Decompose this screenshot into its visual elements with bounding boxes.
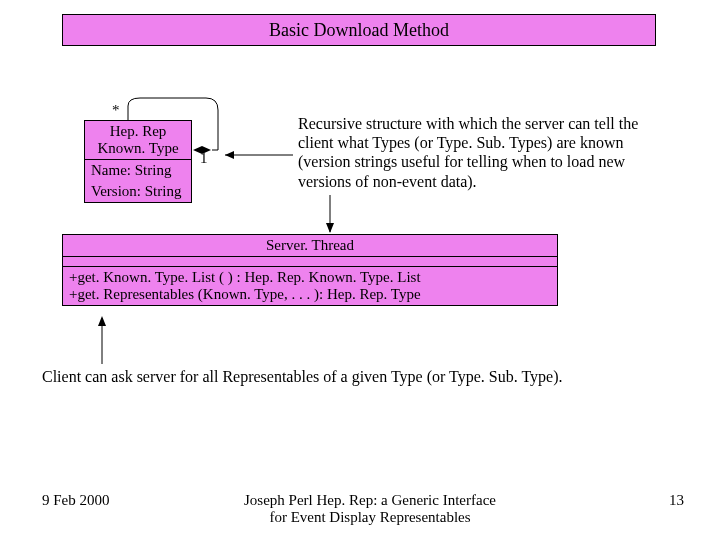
client-description: Client can ask server for all Representa… — [42, 368, 682, 386]
footer-center: Joseph Perl Hep. Rep: a Generic Interfac… — [240, 492, 500, 527]
uml-heprep-name: Hep. Rep Known. Type — [85, 121, 191, 160]
multiplicity-one: 1 — [200, 150, 208, 167]
uml-heprep-attr2: Version: String — [85, 181, 191, 202]
uml-class-heprep: Hep. Rep Known. Type Name: String Versio… — [84, 120, 192, 203]
uml-server-op2: +get. Representables (Known. Type, . . .… — [69, 286, 551, 303]
svg-marker-4 — [98, 316, 106, 326]
uml-server-methods: +get. Known. Type. List ( ) : Hep. Rep. … — [63, 267, 557, 305]
uml-server-name: Server. Thread — [63, 235, 557, 257]
uml-class-server: Server. Thread +get. Known. Type. List (… — [62, 234, 558, 306]
svg-marker-6 — [326, 223, 334, 233]
uml-server-attrs — [63, 257, 557, 267]
footer-page: 13 — [669, 492, 684, 509]
recursive-description: Recursive structure with which the serve… — [298, 114, 656, 191]
title-banner: Basic Download Method — [62, 14, 656, 46]
multiplicity-star: * — [112, 102, 120, 119]
svg-marker-2 — [225, 151, 234, 159]
uml-heprep-attr1: Name: String — [85, 160, 191, 181]
uml-server-op1: +get. Known. Type. List ( ) : Hep. Rep. … — [69, 269, 551, 286]
footer-date: 9 Feb 2000 — [42, 492, 110, 509]
